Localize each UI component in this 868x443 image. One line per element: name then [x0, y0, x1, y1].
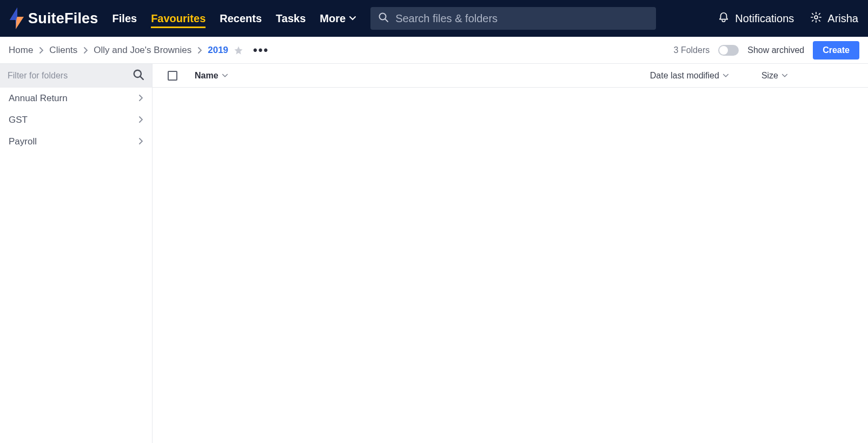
breadcrumb-clients[interactable]: Clients: [49, 45, 77, 56]
table-header: Name Date last modified Size: [153, 64, 868, 88]
search-input[interactable]: [395, 12, 648, 25]
folder-filter-input[interactable]: [8, 71, 116, 81]
search-icon[interactable]: [132, 69, 144, 83]
nav-more-label: More: [320, 12, 346, 25]
create-button[interactable]: Create: [813, 41, 859, 59]
folder-label: Payroll: [9, 136, 37, 147]
svg-point-5: [814, 16, 818, 19]
search-wrap: [370, 7, 656, 30]
subbar: Home Clients Olly and Joe's Brownies 201…: [0, 37, 868, 64]
favourite-star-icon[interactable]: [234, 45, 243, 55]
nav-more[interactable]: More: [320, 9, 356, 28]
folder-label: GST: [9, 115, 28, 125]
toggle-knob: [719, 46, 728, 55]
notifications-label: Notifications: [735, 12, 794, 25]
column-name[interactable]: Name: [195, 71, 584, 81]
nav-favourites[interactable]: Favourites: [151, 9, 206, 28]
user-menu[interactable]: Arisha: [810, 11, 858, 26]
sidebar-folder-item[interactable]: GST: [0, 109, 152, 131]
folder-list: Annual Return GST Payroll: [0, 88, 152, 153]
select-all-checkbox[interactable]: [168, 71, 177, 81]
breadcrumb-current[interactable]: 2019: [208, 45, 228, 56]
show-archived-label: Show archived: [747, 45, 804, 55]
brand-name: SuiteFiles: [28, 10, 98, 27]
app-header: SuiteFiles Files Favourites Recents Task…: [0, 0, 868, 37]
column-modified-label: Date last modified: [650, 71, 719, 81]
svg-line-4: [385, 19, 388, 22]
column-size[interactable]: Size: [761, 71, 788, 81]
sidebar: Annual Return GST Payroll: [0, 64, 153, 443]
main-nav: Files Favourites Recents Tasks More: [112, 9, 357, 28]
brand-logo[interactable]: SuiteFiles: [10, 8, 98, 29]
folder-count: 3 Folders: [674, 45, 710, 55]
search-box[interactable]: [370, 7, 656, 30]
breadcrumb-client-name[interactable]: Olly and Joe's Brownies: [94, 45, 191, 56]
chevron-down-icon: [349, 12, 356, 25]
sidebar-folder-item[interactable]: Payroll: [0, 131, 152, 153]
header-right: Notifications Arisha: [718, 11, 858, 26]
brand-lightning-icon: [10, 8, 24, 29]
column-size-label: Size: [761, 71, 778, 81]
bell-icon: [718, 11, 730, 26]
more-actions-icon[interactable]: •••: [253, 43, 269, 57]
svg-marker-2: [10, 8, 17, 20]
chevron-down-icon: [222, 72, 228, 79]
notifications-button[interactable]: Notifications: [718, 11, 794, 26]
main: Annual Return GST Payroll: [0, 64, 868, 443]
chevron-right-icon: [83, 47, 88, 54]
search-icon: [378, 12, 389, 25]
sidebar-folder-item[interactable]: Annual Return: [0, 88, 152, 109]
content-area: Name Date last modified Size: [153, 64, 868, 443]
chevron-right-icon: [197, 47, 202, 54]
subbar-right: 3 Folders Show archived Create: [674, 41, 859, 59]
chevron-right-icon: [38, 47, 44, 54]
folder-label: Annual Return: [9, 93, 68, 104]
breadcrumb: Home Clients Olly and Joe's Brownies 201…: [9, 43, 269, 57]
chevron-down-icon: [723, 72, 729, 79]
nav-files[interactable]: Files: [112, 9, 137, 28]
breadcrumb-home[interactable]: Home: [9, 45, 33, 56]
chevron-right-icon: [138, 93, 143, 104]
svg-line-7: [140, 76, 143, 80]
chevron-down-icon: [781, 72, 788, 79]
nav-tasks[interactable]: Tasks: [276, 9, 306, 28]
column-date-modified[interactable]: Date last modified: [650, 71, 729, 81]
show-archived-toggle[interactable]: [718, 45, 739, 56]
chevron-right-icon: [138, 136, 143, 147]
user-name: Arisha: [827, 12, 858, 25]
column-name-label: Name: [195, 71, 218, 81]
folder-filter-row: [0, 64, 152, 88]
chevron-right-icon: [138, 115, 143, 125]
gear-icon: [810, 11, 822, 26]
nav-recents[interactable]: Recents: [220, 9, 262, 28]
